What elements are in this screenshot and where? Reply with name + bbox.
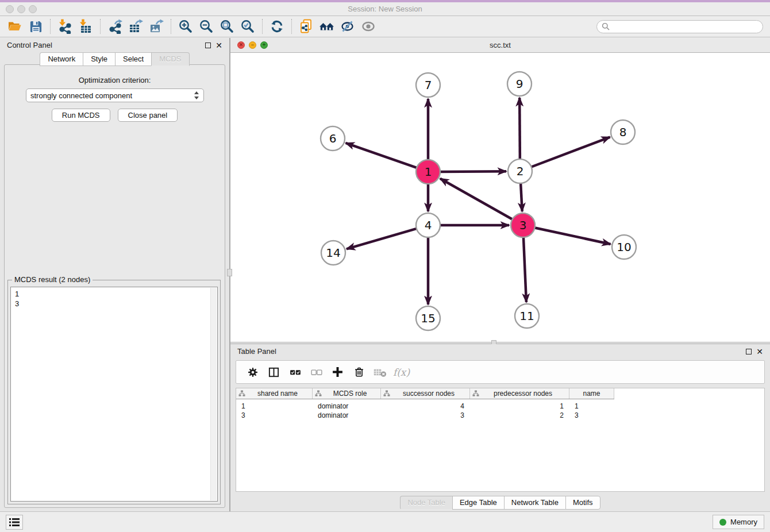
graph-node-11[interactable]: 11 xyxy=(515,304,539,328)
optimization-criterion-select[interactable]: strongly connected component xyxy=(26,88,204,102)
search-field[interactable] xyxy=(596,20,763,33)
column-layout-button[interactable] xyxy=(263,363,284,381)
column-header-successor-nodes[interactable]: successor nodes xyxy=(381,388,470,399)
graph-node-3[interactable]: 3 xyxy=(511,213,535,237)
import-table-button[interactable] xyxy=(75,18,96,35)
main-area: Control Panel ✕ Network Style Select MCD… xyxy=(0,38,770,511)
clone-network-button[interactable] xyxy=(296,18,317,35)
home-button[interactable] xyxy=(317,18,337,35)
graph-node-8[interactable]: 8 xyxy=(611,120,635,144)
column-header-mcds-role[interactable]: MCDS role xyxy=(313,388,381,399)
table-panel: Table Panel ✕ xyxy=(230,344,770,511)
tab-network-table[interactable]: Network Table xyxy=(504,496,565,510)
toolbar-separator xyxy=(291,19,292,34)
optimization-criterion-label: Optimization criterion: xyxy=(5,76,225,84)
cell-predecessor-nodes[interactable]: 2 xyxy=(470,411,569,419)
mcds-result-list[interactable]: 1 3 xyxy=(10,287,218,502)
tab-style[interactable]: Style xyxy=(83,52,115,66)
tab-mcds[interactable]: MCDS xyxy=(151,52,189,66)
vertical-splitter-handle[interactable] xyxy=(227,269,232,276)
zoom-fit-icon xyxy=(220,19,234,34)
graph-edge-2-9[interactable] xyxy=(519,98,520,160)
graph-node-9[interactable]: 9 xyxy=(507,72,532,96)
tab-network[interactable]: Network xyxy=(40,52,83,66)
network-window: ✕ − + scc.txt 7968124314101511 xyxy=(230,38,770,342)
hide-graphics-details-button[interactable] xyxy=(337,18,358,35)
graph-edge-2-3[interactable] xyxy=(521,182,522,211)
graph-node-label: 10 xyxy=(617,240,631,254)
graph-edge-2-8[interactable] xyxy=(530,137,610,168)
cell-shared-name[interactable]: 1 xyxy=(236,402,313,410)
table-settings-button[interactable] xyxy=(242,363,263,381)
node-table: shared name MCDS role xyxy=(236,388,765,492)
import-network-button[interactable] xyxy=(55,18,75,35)
search-input[interactable] xyxy=(612,22,758,30)
export-network-button[interactable] xyxy=(105,18,125,35)
tree-icon xyxy=(238,390,245,397)
zoom-selected-button[interactable] xyxy=(237,18,258,35)
tab-node-table[interactable]: Node Table xyxy=(400,496,452,510)
graph-edge-3-1[interactable] xyxy=(440,179,514,220)
graph-edge-4-14[interactable] xyxy=(346,228,418,249)
column-header-shared-name[interactable]: shared name xyxy=(236,388,313,399)
cell-name[interactable]: 3 xyxy=(569,411,614,419)
graph-node-label: 15 xyxy=(421,311,435,325)
tab-select[interactable]: Select xyxy=(115,52,151,66)
graph-edge-3-10[interactable] xyxy=(534,228,611,244)
result-scrollbar[interactable] xyxy=(210,288,217,500)
zoom-out-button[interactable] xyxy=(196,18,217,35)
graph-node-1[interactable]: 1 xyxy=(416,160,440,184)
graph-node-4[interactable]: 4 xyxy=(416,213,440,237)
run-mcds-button[interactable]: Run MCDS xyxy=(52,109,110,122)
show-task-history-button[interactable] xyxy=(6,515,23,530)
graph-edge-1-2[interactable] xyxy=(439,171,506,172)
graph-node-7[interactable]: 7 xyxy=(416,73,440,97)
mcds-tab-pane: Optimization criterion: strongly connect… xyxy=(4,64,225,508)
float-panel-button[interactable] xyxy=(205,43,211,48)
graph-node-label: 7 xyxy=(425,78,432,92)
cell-mcds-role[interactable]: dominator xyxy=(313,411,381,419)
slashed-eye-icon xyxy=(340,19,355,34)
select-all-columns-button[interactable] xyxy=(284,363,306,381)
float-table-panel-button[interactable] xyxy=(746,349,752,354)
window-title: Session: New Session xyxy=(0,5,770,13)
close-panel-button[interactable]: ✕ xyxy=(215,43,222,48)
graph-edge-1-6[interactable] xyxy=(346,143,418,168)
network-canvas[interactable]: 7968124314101511 xyxy=(230,53,770,342)
delete-table-button[interactable] xyxy=(369,363,391,381)
function-builder-button[interactable]: f(x) xyxy=(391,363,412,381)
zoom-fit-button[interactable] xyxy=(217,18,237,35)
open-session-button[interactable] xyxy=(5,18,25,35)
delete-column-button[interactable] xyxy=(348,363,369,381)
tab-edge-table[interactable]: Edge Table xyxy=(452,496,504,510)
export-image-button[interactable] xyxy=(146,18,167,35)
cell-successor-nodes[interactable]: 3 xyxy=(381,411,470,419)
graph-node-15[interactable]: 15 xyxy=(416,306,440,330)
cell-shared-name[interactable]: 3 xyxy=(236,411,313,419)
cell-successor-nodes[interactable]: 4 xyxy=(381,402,470,410)
tab-motifs[interactable]: Motifs xyxy=(565,496,600,510)
deselect-all-columns-button[interactable] xyxy=(306,363,327,381)
column-header-name[interactable]: name xyxy=(569,388,614,399)
cell-predecessor-nodes[interactable]: 1 xyxy=(470,402,569,410)
graph-node-14[interactable]: 14 xyxy=(321,241,345,265)
houses-icon xyxy=(319,19,335,34)
refresh-layout-button[interactable] xyxy=(267,18,287,35)
column-header-predecessor-nodes[interactable]: predecessor nodes xyxy=(470,388,569,399)
save-session-button[interactable] xyxy=(25,18,46,35)
graph-node-2[interactable]: 2 xyxy=(508,159,532,183)
zoom-in-button[interactable] xyxy=(175,18,196,35)
cell-name[interactable]: 1 xyxy=(569,402,614,410)
memory-button[interactable]: Memory xyxy=(713,515,764,529)
add-column-button[interactable] xyxy=(327,363,348,381)
graph-node-10[interactable]: 10 xyxy=(612,235,636,259)
show-graphics-details-button[interactable] xyxy=(358,18,379,35)
close-table-panel-button[interactable]: ✕ xyxy=(756,349,763,354)
table-row[interactable]: 1 dominator 4 1 1 xyxy=(236,402,764,411)
cell-mcds-role[interactable]: dominator xyxy=(313,402,381,410)
graph-edge-3-11[interactable] xyxy=(523,236,526,302)
export-table-button[interactable] xyxy=(125,18,146,35)
graph-node-6[interactable]: 6 xyxy=(321,126,345,151)
table-row[interactable]: 3 dominator 3 2 3 xyxy=(236,411,764,420)
close-panel-button-inline[interactable]: Close panel xyxy=(118,109,178,122)
